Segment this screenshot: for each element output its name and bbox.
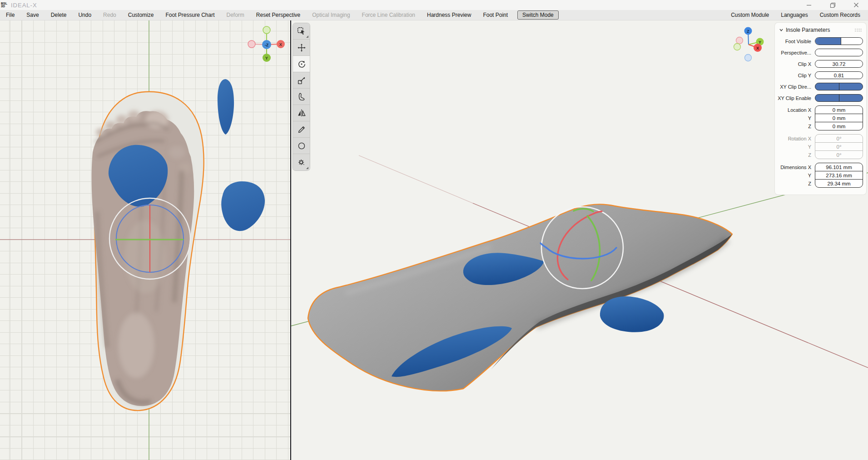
tool-scale[interactable] [293, 72, 310, 89]
nav-label-neg-z: -Z [265, 43, 269, 47]
nav-label-y-3d: Y [759, 40, 761, 45]
menu-file[interactable]: File [0, 11, 20, 19]
main-area: X Y -Z [0, 20, 868, 460]
location-y-label: Y [778, 115, 815, 121]
xy-clip-direction-toggle[interactable] [815, 83, 863, 90]
nav-ball-neg-x[interactable] [248, 40, 255, 48]
menu-redo[interactable]: Redo [97, 11, 122, 19]
perspective-label: Perspective... [778, 50, 815, 55]
dimensions-y-field[interactable]: 273.16 mm [815, 171, 863, 180]
location-x-label: Location X [778, 107, 815, 113]
menu-delete[interactable]: Delete [45, 11, 73, 19]
menu-custom-module[interactable]: Custom Module [725, 11, 775, 19]
clip-y-field[interactable]: 0.81 [815, 71, 863, 79]
location-z-label: Z [778, 124, 815, 129]
tool-box-select[interactable] [293, 23, 310, 40]
clip-x-label: Clip X [778, 61, 815, 67]
tool-settings-gear[interactable] [293, 154, 310, 170]
dimensions-x-label: Dimensions X [778, 165, 815, 170]
title-bar: BSL 3D IDEAL-X [0, 0, 868, 10]
restore-button[interactable] [821, 0, 844, 10]
viewport-top-view[interactable]: X Y -Z [0, 20, 290, 460]
logo-line-2: 3D [1, 5, 7, 8]
rotation-group: Rotation X 0° Y 0° Z 0° [778, 134, 863, 159]
tool-mirror[interactable] [293, 105, 310, 121]
pad-teardrop-2d[interactable] [218, 79, 234, 135]
nav-label-x: X [279, 42, 282, 47]
nav-label-x-3d: X [756, 46, 759, 50]
nav-ball-neg-x-3d[interactable] [736, 37, 743, 44]
menu-reset-perspective[interactable]: Reset Perspective [250, 11, 306, 19]
minimize-button[interactable] [797, 0, 821, 10]
rotation-y-field[interactable]: 0° [815, 142, 863, 151]
nav-ball-neg-y[interactable] [263, 26, 270, 34]
location-z-value: 0 mm [833, 124, 846, 129]
dimensions-x-value: 96.101 mm [826, 165, 852, 170]
perspective-field[interactable] [815, 49, 863, 56]
rotation-z-label: Z [778, 152, 815, 158]
location-y-field[interactable]: 0 mm [815, 114, 863, 122]
tool-column [293, 23, 310, 170]
panel-grip-icon[interactable] [854, 28, 862, 32]
window-title: IDEAL-X [11, 2, 37, 9]
location-y-value: 0 mm [833, 115, 846, 121]
menu-foot-point[interactable]: Foot Point [477, 11, 514, 19]
row-xy-clip-direction: XY Clip Dire... [778, 83, 863, 90]
rotation-x-field[interactable]: 0° [815, 134, 863, 143]
menu-custom-records[interactable]: Custom Records [814, 11, 866, 19]
menu-force-line-calibration[interactable]: Force Line Calibration [356, 11, 421, 19]
close-button[interactable] [844, 0, 868, 10]
tool-move[interactable] [293, 40, 310, 56]
clip-x-value: 30.72 [833, 61, 846, 67]
dimensions-x-field[interactable]: 96.101 mm [815, 163, 863, 171]
menu-foot-pressure-chart[interactable]: Foot Pressure Chart [159, 11, 220, 19]
rotation-y-label: Y [778, 144, 815, 150]
tool-insole-shape[interactable] [293, 89, 310, 105]
foot-visible-slider[interactable] [815, 37, 863, 45]
menu-save[interactable]: Save [20, 11, 45, 19]
clip-x-field[interactable]: 30.72 [815, 60, 863, 68]
tool-circle[interactable] [293, 138, 310, 154]
rotation-z-field[interactable]: 0° [815, 150, 863, 159]
location-x-field[interactable]: 0 mm [815, 105, 863, 114]
row-clip-x: Clip X 30.72 [778, 60, 863, 68]
insole-3d-model[interactable] [308, 204, 732, 391]
insole-parameters-panel: Insole Parameters Foot Visible Perspecti… [775, 23, 866, 195]
menu-languages[interactable]: Languages [775, 11, 813, 19]
location-group: Location X 0 mm Y 0 mm Z 0 mm [778, 105, 863, 130]
window-controls [797, 0, 868, 10]
menu-switch-mode-button[interactable]: Switch Mode [517, 10, 559, 20]
xy-clip-enable-toggle[interactable] [815, 94, 863, 102]
nav-gizmo-right-viewport[interactable]: Z Y X [734, 27, 764, 61]
pad-wedge-2d[interactable] [221, 181, 265, 231]
chevron-down-icon [779, 28, 784, 32]
nav-gizmo-left-viewport[interactable]: X Y -Z [248, 26, 285, 62]
rotation-y-value: 0° [837, 144, 842, 150]
nav-ball-neg-z-3d[interactable] [745, 55, 752, 61]
tool-annotate-pen[interactable] [293, 121, 310, 138]
menu-bar: File Save Delete Undo Redo Customize Foo… [0, 10, 868, 20]
menu-deform[interactable]: Deform [221, 11, 250, 19]
menu-undo[interactable]: Undo [72, 11, 97, 19]
xy-clip-enable-label: XY Clip Enable [778, 95, 815, 101]
row-clip-y: Clip Y 0.81 [778, 71, 863, 79]
nav-ball-neg-y-3d[interactable] [734, 44, 741, 50]
row-perspective: Perspective... [778, 49, 863, 56]
rotation-x-value: 0° [837, 136, 842, 141]
location-z-field[interactable]: 0 mm [815, 122, 863, 130]
dimensions-z-field[interactable]: 29.34 mm [815, 179, 863, 188]
menu-optical-imaging[interactable]: Optical Imaging [306, 11, 356, 19]
foot-visible-label: Foot Visible [778, 39, 815, 44]
dimensions-y-label: Y [778, 173, 815, 178]
application-window: BSL 3D IDEAL-X File Save Delete Undo Red… [0, 0, 868, 460]
location-x-value: 0 mm [833, 107, 846, 113]
panel-title: Insole Parameters [786, 27, 830, 33]
viewport-perspective[interactable]: Z Y X [291, 20, 868, 460]
panel-header[interactable]: Insole Parameters [778, 25, 863, 35]
pad-teardrop-3d[interactable] [600, 296, 664, 332]
tool-rotate[interactable] [293, 56, 310, 72]
menu-hardness-preview[interactable]: Hardness Preview [421, 11, 477, 19]
top-view-scene: X Y -Z [0, 20, 290, 460]
axis-3d-red-far [359, 155, 473, 203]
menu-customize[interactable]: Customize [122, 11, 160, 19]
